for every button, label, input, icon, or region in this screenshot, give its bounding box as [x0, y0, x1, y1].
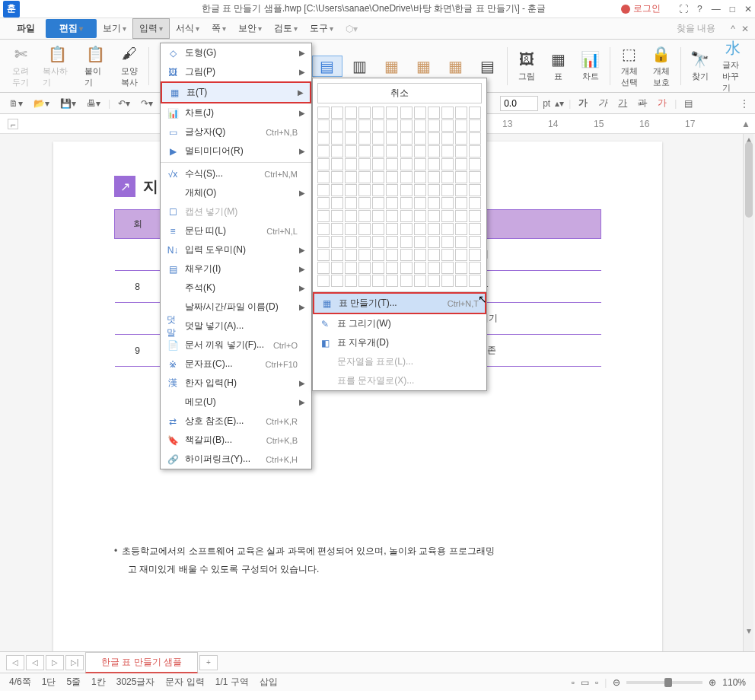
grid-cell[interactable]	[358, 262, 371, 274]
grid-cell[interactable]	[317, 119, 330, 132]
document-body-text[interactable]: •초등학교에서의 소프트웨어 교육은 실과 과목에 편성되어 있으며, 놀이와 …	[114, 542, 601, 578]
grid-cell[interactable]	[400, 210, 413, 222]
menu-review[interactable]: 검토▾	[268, 19, 304, 38]
grid-cell[interactable]	[345, 210, 357, 222]
grid-cell[interactable]	[331, 262, 343, 274]
grid-cell[interactable]	[469, 184, 481, 196]
menu-security[interactable]: 보안▾	[232, 19, 268, 38]
grid-cell[interactable]	[455, 107, 467, 119]
grid-cell[interactable]	[372, 158, 384, 170]
tab-nav-last[interactable]: ▷|	[65, 655, 84, 670]
document-tab[interactable]: 한글 표 만들기 샘플	[85, 652, 198, 673]
grid-cancel-button[interactable]: 취소	[317, 83, 482, 103]
grid-cell[interactable]	[428, 107, 440, 119]
grid-cell[interactable]	[345, 132, 357, 145]
grid-cell[interactable]	[441, 145, 454, 158]
zoom-slider[interactable]	[626, 681, 702, 684]
grid-cell[interactable]	[414, 197, 426, 209]
grid-cell[interactable]	[428, 210, 440, 222]
grid-cell[interactable]	[317, 184, 330, 196]
find-button[interactable]: 🔭찾기	[686, 49, 715, 82]
grid-cell[interactable]	[400, 107, 413, 119]
layout1-button[interactable]: ▦	[378, 56, 406, 76]
grid-cell[interactable]	[469, 249, 481, 261]
submenu-item[interactable]: ✎표 그리기(W)	[313, 314, 486, 333]
grid-cell[interactable]	[317, 132, 330, 145]
grid-cell[interactable]	[455, 249, 467, 261]
grid-cell[interactable]	[345, 184, 357, 196]
grid-cell[interactable]	[469, 223, 481, 235]
grid-cell[interactable]	[400, 158, 413, 170]
editor-mode-button[interactable]: ▤	[312, 56, 342, 77]
menu-item-채우기i[interactable]: ▤채우기(I)▶	[161, 259, 311, 278]
grid-cell[interactable]	[372, 210, 384, 222]
grid-cell[interactable]	[331, 184, 343, 196]
grid-cell[interactable]	[331, 107, 343, 119]
grid-cell[interactable]	[441, 119, 454, 132]
menu-item-하이퍼링크y[interactable]: 🔗하이퍼링크(Y)...Ctrl+K,H	[161, 450, 311, 469]
table-button[interactable]: ▦표	[544, 49, 573, 82]
grid-cell[interactable]	[441, 249, 454, 261]
grid-cell[interactable]	[331, 249, 343, 261]
grid-cell[interactable]	[455, 223, 467, 235]
grid-cell[interactable]	[400, 145, 413, 158]
grid-cell[interactable]	[372, 197, 384, 209]
grid-cell[interactable]	[400, 197, 413, 209]
grid-cell[interactable]	[428, 158, 440, 170]
grid-cell[interactable]	[400, 236, 413, 248]
print-button[interactable]: 🖶▾	[84, 97, 104, 110]
grid-cell[interactable]	[469, 236, 481, 248]
grid-cell[interactable]	[345, 119, 357, 132]
grid-cell[interactable]	[317, 223, 330, 235]
grid-cell[interactable]	[358, 184, 371, 196]
menu-item-차트j[interactable]: 📊차트(J)▶	[161, 103, 311, 123]
grid-cell[interactable]	[400, 171, 413, 183]
grid-cell[interactable]	[414, 223, 426, 235]
menu-item-상호 참조e[interactable]: ⇄상호 참조(E)...Ctrl+K,R	[161, 412, 311, 431]
menu-item-주석k[interactable]: 주석(K)▶	[161, 278, 311, 298]
grid-cell[interactable]	[428, 145, 440, 158]
grid-cell[interactable]	[345, 107, 357, 119]
quickbar-more-icon[interactable]: ⋮	[740, 98, 749, 109]
grid-cell[interactable]	[469, 275, 481, 287]
grid-cell[interactable]	[358, 107, 371, 119]
grid-cell[interactable]	[358, 249, 371, 261]
layout2-button[interactable]: ▦	[409, 56, 438, 76]
menu-tools[interactable]: 도구▾	[304, 19, 339, 38]
grid-cell[interactable]	[317, 210, 330, 222]
grid-cell[interactable]	[358, 119, 371, 132]
chart-button[interactable]: 📊차트	[576, 49, 605, 82]
grid-cell[interactable]	[358, 223, 371, 235]
grid-cell[interactable]	[372, 107, 384, 119]
grid-cell[interactable]	[414, 262, 426, 274]
grid-cell[interactable]	[455, 145, 467, 158]
grid-cell[interactable]	[372, 262, 384, 274]
grid-cell[interactable]	[386, 119, 398, 132]
menu-file[interactable]: 파일	[6, 19, 46, 38]
grid-cell[interactable]	[331, 145, 343, 158]
search-input[interactable]: 찾을 내용	[671, 22, 722, 35]
menu-item-입력 도우미n[interactable]: N↓입력 도우미(N)▶	[161, 240, 311, 259]
login-button[interactable]: 로그인	[621, 2, 661, 15]
grid-cell[interactable]	[317, 262, 330, 274]
grid-cell[interactable]	[345, 262, 357, 274]
zoom-in-button[interactable]: ⊕	[709, 677, 716, 688]
grid-cell[interactable]	[469, 145, 481, 158]
view-mode-button[interactable]: ▭	[581, 677, 589, 688]
grid-cell[interactable]	[428, 171, 440, 183]
grid-cell[interactable]	[414, 119, 426, 132]
grid-cell[interactable]	[441, 171, 454, 183]
grid-cell[interactable]	[317, 145, 330, 158]
grid-cell[interactable]	[400, 262, 413, 274]
menu-item-책갈피b[interactable]: 🔖책갈피(B)...Ctrl+K,B	[161, 431, 311, 450]
grid-cell[interactable]	[441, 197, 454, 209]
grid-cell[interactable]	[441, 275, 454, 287]
grid-cell[interactable]	[331, 275, 343, 287]
grid-cell[interactable]	[331, 119, 343, 132]
zoom-value[interactable]: 110%	[722, 677, 746, 688]
submenu-item[interactable]: ◧표 지우개(D)	[313, 333, 486, 352]
zoom-out-button[interactable]: ⊖	[613, 677, 620, 688]
align-button[interactable]: ▤	[681, 97, 696, 110]
grid-cell[interactable]	[428, 132, 440, 145]
grid-cell[interactable]	[428, 262, 440, 274]
